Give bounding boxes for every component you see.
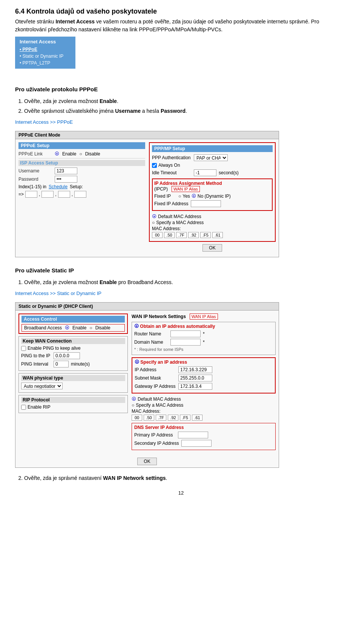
mac-field-1[interactable]: [152, 232, 163, 238]
mac-field-6[interactable]: [212, 232, 223, 238]
mac-field-5[interactable]: [200, 232, 211, 238]
ip-address-label: IP Address: [135, 367, 176, 372]
wan-physical-select[interactable]: Auto negotiation: [21, 383, 63, 389]
ping-ip-label: PING to the IP: [21, 353, 51, 358]
username-input[interactable]: [55, 168, 77, 174]
pppoe-step-1: Ověřte, zda je zvolena možnost Enable.: [24, 97, 347, 105]
enable-rip-checkbox[interactable]: [21, 405, 26, 410]
index-label: Index(1-15) in: [18, 184, 46, 189]
wan-ip-settings-row: WAN IP Network Settings WAN IP Alias: [132, 314, 276, 320]
mac-field-4[interactable]: [188, 232, 199, 238]
primary-dns-input[interactable]: [178, 432, 208, 438]
specify-mac-row: ○ Specify a MAC Address: [152, 220, 273, 225]
router-name-row: Router Name *: [134, 330, 273, 337]
pppoe-ok-button[interactable]: OK: [202, 244, 222, 252]
pppoe-enable-bold: Enable: [100, 98, 117, 104]
ppp-auth-select[interactable]: PAP or CHAP: [194, 154, 228, 161]
pppoe-password-bold: Password: [161, 108, 186, 114]
gateway-label: Gateway IP Address: [135, 384, 176, 389]
ping-interval-input[interactable]: [54, 361, 69, 367]
enable-ping-label: Enable PING to keep alive: [28, 346, 81, 351]
nav-title: Internet Access: [20, 39, 71, 45]
pppoe-step-2: Ověřte správnost uživatelského jména Use…: [24, 107, 347, 115]
secondary-dns-input[interactable]: [181, 440, 212, 447]
static-screenshot-box: Static or Dynamic IP (DHCP Client) Acces…: [15, 302, 279, 468]
always-on-checkbox[interactable]: [152, 163, 157, 168]
mac-fields-row: [152, 232, 273, 238]
secondary-dns-row: Secondary IP Address: [134, 440, 273, 447]
ping-interval-label: PING Interval: [21, 361, 51, 367]
subnet-mask-input[interactable]: [178, 375, 212, 381]
static-breadcrumb[interactable]: Internet Access >> Static or Dynamic IP: [15, 290, 101, 296]
isp-access-title: ISP Access Setup: [18, 160, 145, 166]
pppoe-screenshot-box: PPPoE Client Mode PPPoE Setup PPPoE Link…: [15, 131, 279, 257]
specify-ip-radio: ⦿: [135, 360, 139, 365]
always-on-row: Always On: [152, 163, 273, 168]
wan-physical-panel: WAN physical type Auto negotiation: [18, 373, 128, 393]
nav-menu-box: Internet Access • PPPoE • Static or Dyna…: [15, 37, 75, 69]
domain-name-row: Domain Name *: [134, 339, 273, 346]
access-control-panel: Access Control Broadband Access ⦿ Enable…: [18, 314, 128, 334]
ping-ip-input[interactable]: [54, 352, 80, 359]
username-row: Username: [18, 168, 145, 174]
ppp-mp-title: PPP/MP Setup: [152, 145, 273, 152]
schedule-field-3[interactable]: [58, 191, 70, 198]
fixed-ip-label: Fixed IP: [154, 194, 177, 199]
wan-alias-btn-static[interactable]: WAN IP Alias: [190, 314, 218, 320]
broadband-disable-radio: ○: [89, 325, 92, 330]
static-mac-field-5[interactable]: [180, 415, 190, 421]
pppoe-breadcrumb[interactable]: Internet Access >> PPPoE: [15, 119, 73, 125]
pppoe-setup-title: PPPoE Setup: [18, 142, 145, 149]
static-steps: Ověřte, zda je zvolena možnost Enable pr…: [15, 278, 347, 286]
minutes-label: minute(s): [71, 361, 90, 367]
router-name-input[interactable]: [170, 330, 201, 337]
schedule-field-4[interactable]: [74, 191, 86, 198]
default-mac-radio: ⦿: [152, 214, 156, 219]
fixed-ip-addr-input[interactable]: [191, 200, 221, 207]
nav-item-pppoe[interactable]: • PPPoE: [20, 46, 71, 53]
dns-title: DNS Server IP Address: [134, 425, 273, 430]
static-right-col: WAN IP Network Settings WAN IP Alias ⦿ O…: [132, 314, 276, 452]
ip-address-input[interactable]: [178, 366, 212, 373]
enable-ping-checkbox[interactable]: [21, 346, 26, 351]
nav-item-pptp[interactable]: • PPTPA_L2TP: [20, 60, 71, 66]
password-input[interactable]: [55, 176, 77, 183]
fixed-ip-addr-row: Fixed IP Address: [154, 200, 270, 207]
comma-2: ,: [55, 192, 56, 197]
schedule-field-2[interactable]: [41, 191, 54, 198]
mac-field-2[interactable]: [164, 232, 175, 238]
static-ok-row: OK: [15, 455, 279, 467]
static-mac-field-2[interactable]: [144, 415, 154, 421]
pppoe-right-col: PPP/MP Setup PPP Authentication PAP or C…: [149, 142, 276, 254]
static-ok-button[interactable]: OK: [137, 458, 156, 465]
obtain-ip-panel: ⦿ Obtain an IP address automatically Rou…: [132, 322, 276, 355]
always-on-label: Always On: [158, 163, 180, 168]
arrow: =>: [18, 192, 24, 197]
static-mac-field-3[interactable]: [156, 415, 166, 421]
domain-name-input[interactable]: [170, 339, 201, 346]
dns-panel: DNS Server IP Address Primary IP Address…: [132, 423, 276, 450]
default-mac-row: ⦿ Default MAC Address: [152, 214, 273, 219]
subnet-mask-label: Subnet Mask: [135, 375, 176, 381]
gateway-input[interactable]: [178, 383, 212, 390]
mac-addr-row: MAC Address:: [152, 226, 273, 231]
static-mac-field-1[interactable]: [132, 415, 142, 421]
nav-item-static[interactable]: • Static or Dynamic IP: [20, 53, 71, 60]
static-specify-mac-label: Specify a MAC Address: [136, 403, 183, 408]
idle-timeout-input[interactable]: [194, 169, 216, 176]
wan-physical-title: WAN physical type: [21, 375, 125, 381]
static-step-1: Ověřte, zda je zvolena možnost Enable pr…: [24, 278, 347, 286]
specify-mac-radio: ○: [152, 220, 155, 225]
access-control-title: Access Control: [21, 316, 125, 323]
wan-alias-btn[interactable]: WAN IP Alias: [172, 186, 200, 192]
mac-field-3[interactable]: [176, 232, 187, 238]
static-mac-field-6[interactable]: [192, 415, 202, 421]
ppp-auth-label: PPP Authentication: [152, 155, 192, 160]
schedule-link[interactable]: Schedule: [49, 184, 67, 189]
enable-radio-icon: ⦿: [55, 151, 59, 157]
wan-ip-bold: WAN IP Network settings: [103, 475, 166, 481]
ppp-auth-row: PPP Authentication PAP or CHAP: [152, 154, 273, 161]
schedule-field-1[interactable]: [25, 191, 37, 198]
pppoe-link-row: PPPoE Link ⦿ Enable ○ Disable: [18, 151, 145, 157]
static-mac-field-4[interactable]: [168, 415, 178, 421]
